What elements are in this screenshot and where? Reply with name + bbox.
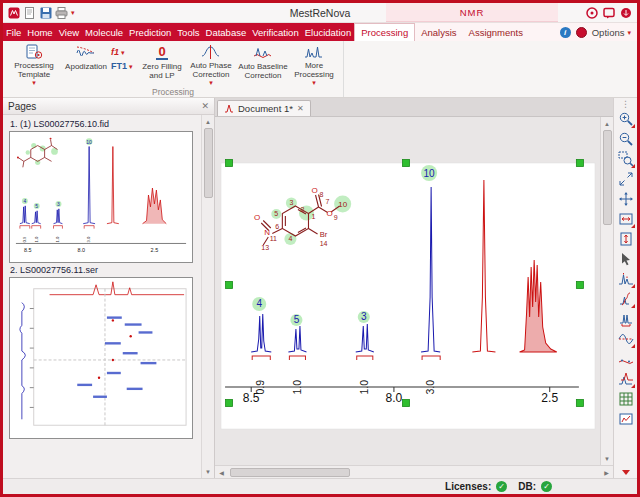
chevron-down-icon: ▾ <box>627 29 631 36</box>
fit-page-icon[interactable] <box>616 229 636 249</box>
svg-text:4: 4 <box>23 199 26 204</box>
tab-database[interactable]: Database <box>203 23 250 41</box>
db-label: DB: <box>518 481 536 492</box>
help-icon[interactable] <box>585 6 598 19</box>
ribbon: Processing Template ▾ Apodization f1 ▾ F… <box>3 41 637 98</box>
pan-icon[interactable] <box>616 189 636 209</box>
canvas-horizontal-scrollbar[interactable]: ◀ ▶ <box>215 465 613 478</box>
print-icon[interactable] <box>55 6 68 19</box>
svg-text:14: 14 <box>320 240 328 247</box>
auto-phase-correction-button[interactable]: Auto Phase Correction ▾ <box>185 43 237 86</box>
thumb-red-peaks <box>107 147 166 224</box>
integration-icon[interactable] <box>616 289 636 309</box>
scrollbar-thumb[interactable] <box>603 130 612 225</box>
spectrum-page[interactable] <box>221 163 595 429</box>
processing-group: Processing Template ▾ Apodization f1 ▾ F… <box>3 41 344 97</box>
save-icon[interactable] <box>39 6 52 19</box>
expand-icon[interactable] <box>616 169 636 189</box>
fit-width-icon[interactable] <box>616 209 636 229</box>
page-item-label[interactable]: 1. (1) LS00027756.10.fid <box>10 119 199 129</box>
scroll-left-icon[interactable]: ◀ <box>215 466 228 479</box>
tab-assignments[interactable]: Assignments <box>463 23 529 41</box>
scroll-down-icon[interactable]: ▼ <box>202 465 215 478</box>
tab-file[interactable]: File <box>3 23 24 41</box>
scroll-up-icon[interactable]: ▲ <box>202 115 215 128</box>
processing-template-button[interactable]: Processing Template ▾ <box>7 43 61 86</box>
new-document-icon[interactable] <box>23 6 36 19</box>
tab-elucidation[interactable]: Elucidation <box>302 23 354 41</box>
tab-verification[interactable]: Verification <box>249 23 301 41</box>
nmr-context-badge: NMR <box>386 3 558 22</box>
scrollbar-thumb[interactable] <box>230 468 350 477</box>
zero-filling-button[interactable]: 0 Zero Filling and LP <box>139 43 185 86</box>
pages-scrollbar[interactable]: ▲ ▼ <box>201 115 214 478</box>
tab-molecule[interactable]: Molecule <box>82 23 126 41</box>
svg-text:5: 5 <box>294 315 300 326</box>
toolbar-scroll-down-icon[interactable] <box>622 470 630 475</box>
svg-text:8.5: 8.5 <box>243 391 260 405</box>
svg-text:1.0: 1.0 <box>34 236 39 242</box>
tab-processing[interactable]: Processing <box>354 23 415 41</box>
toolbar-drag-handle-icon[interactable]: ⋮ <box>621 99 630 109</box>
page-item-label[interactable]: 2. LS00027756.11.ser <box>10 265 199 275</box>
phase-icon[interactable] <box>616 329 636 349</box>
report-chart-icon[interactable] <box>616 409 636 429</box>
zoom-out-icon[interactable] <box>616 129 636 149</box>
document-tab[interactable]: Document 1* ✕ <box>217 100 311 116</box>
tab-view[interactable]: View <box>56 23 82 41</box>
license-status-icon[interactable] <box>576 27 587 38</box>
db-ok-icon[interactable]: ✓ <box>541 481 552 492</box>
app-window: ▾ MestReNova NMR File Home View Molecule… <box>0 0 640 497</box>
svg-text:4: 4 <box>256 299 262 310</box>
nmr-context-label: NMR <box>460 7 485 18</box>
licenses-ok-icon[interactable]: ✓ <box>496 481 507 492</box>
thumb-molecule <box>17 138 58 168</box>
svg-text:10: 10 <box>424 168 436 179</box>
data-table-icon[interactable] <box>616 389 636 409</box>
f1-dimension-button[interactable]: f1 ▾ <box>111 47 125 57</box>
apodization-button[interactable]: Apodization <box>61 43 111 86</box>
spectrum-canvas[interactable]: 3 2 1 5 6 4 8 7 9 10 11 <box>215 117 600 465</box>
svg-text:5: 5 <box>35 204 38 209</box>
ft1-button[interactable]: FT1 ▾ <box>111 61 133 71</box>
document-tab-bar: Document 1* ✕ <box>215 98 613 117</box>
scroll-down-icon[interactable]: ▼ <box>601 452 614 465</box>
auto-baseline-correction-button[interactable]: Auto Baseline Correction <box>237 43 289 86</box>
tab-home[interactable]: Home <box>24 23 55 41</box>
close-icon[interactable]: ✕ <box>201 101 209 111</box>
close-icon[interactable]: ✕ <box>297 104 304 113</box>
stacked-spectra-icon[interactable] <box>616 369 636 389</box>
svg-text:2.5: 2.5 <box>151 247 159 253</box>
scroll-right-icon[interactable]: ▶ <box>600 466 613 479</box>
document-canvas[interactable]: 3 2 1 5 6 4 8 7 9 10 11 <box>215 117 600 465</box>
scroll-up-icon[interactable]: ▲ <box>601 117 614 130</box>
apodization-icon <box>76 44 96 61</box>
pages-panel-title: Pages <box>8 101 36 112</box>
svg-text:7: 7 <box>326 198 330 205</box>
canvas-vertical-scrollbar[interactable]: ▲ ▼ <box>600 117 613 465</box>
thumb2-annotations <box>77 316 156 398</box>
multiplet-analysis-icon[interactable] <box>616 309 636 329</box>
tab-analysis[interactable]: Analysis <box>415 23 462 41</box>
page-thumbnail-1[interactable]: 4 5 3 10 0.9 1.0 1.0 3.0 <box>9 131 193 263</box>
zoom-region-icon[interactable] <box>616 149 636 169</box>
more-processing-button[interactable]: More Processing ▾ <box>289 43 339 86</box>
updates-icon[interactable] <box>619 6 632 19</box>
svg-text:13: 13 <box>261 244 269 251</box>
titlebar-menu-chevron-icon[interactable]: ▾ <box>71 9 75 16</box>
info-icon[interactable]: i <box>560 27 571 38</box>
peak-picking-icon[interactable] <box>616 269 636 289</box>
scrollbar-thumb[interactable] <box>204 128 213 198</box>
tab-prediction[interactable]: Prediction <box>126 23 174 41</box>
svg-text:8.0: 8.0 <box>386 391 403 405</box>
page-thumbnail-2[interactable] <box>9 277 193 439</box>
feedback-icon[interactable] <box>602 6 615 19</box>
cursor-icon[interactable] <box>616 249 636 269</box>
tab-tools[interactable]: Tools <box>174 23 202 41</box>
svg-text:N: N <box>264 228 270 237</box>
zoom-in-icon[interactable] <box>616 109 636 129</box>
svg-text:3: 3 <box>57 202 60 207</box>
baseline-icon[interactable] <box>616 349 636 369</box>
thumb-blue-peaks <box>20 147 95 224</box>
options-menu[interactable]: Options ▾ <box>592 27 631 38</box>
